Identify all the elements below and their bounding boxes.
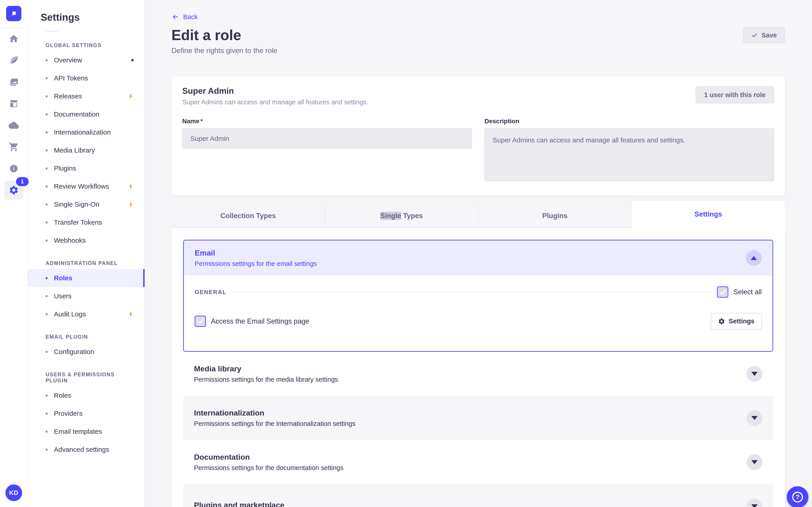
sidebar-item-marketplace[interactable] [0,136,28,158]
accordion-documentation[interactable]: Documentation Permissions settings for t… [183,440,773,484]
sidebar-item-media-library[interactable] [0,71,28,93]
user-avatar[interactable]: KD [5,485,22,501]
accordion-title: Media library [194,364,338,373]
accordion-plugins-and-marketplace[interactable]: Plugins and marketplace [183,484,773,507]
collapse-toggle-button[interactable] [746,250,762,266]
strapi-logo[interactable] [6,6,21,21]
cart-icon [9,142,19,152]
bullet-icon [46,313,48,315]
bullet-icon [46,167,48,169]
main-content: Back Edit a role Save Define the rights … [145,0,812,507]
bullet-icon [46,95,48,97]
settings-active-indicator: 1 [4,181,23,200]
sidebar-item-single-sign-on[interactable]: Single Sign-On [28,195,145,213]
role-details-card: Super Admin Super Admins can access and … [171,76,785,195]
accordion-title: Plugins and marketplace [194,501,285,507]
sidebar-item-media-library[interactable]: Media Library [28,141,145,159]
name-label: Name* [182,118,203,125]
select-all-checkbox[interactable] [717,286,728,298]
sidebar-item-documentation[interactable]: Documentation [28,105,145,123]
bullet-icon [46,204,48,206]
section-users-permissions-plugin: USERS & PERMISSIONS PLUGIN [46,372,136,384]
sidebar-item-email-configuration[interactable]: Configuration [28,343,145,361]
description-label: Description [485,118,519,125]
help-button[interactable]: ? [787,486,808,507]
role-name-heading: Super Admin [182,86,368,96]
tab-collection-types[interactable]: Collection Types [171,204,325,228]
accordion-internationalization[interactable]: Internationalization Permissions setting… [183,396,773,440]
page-title: Edit a role [171,27,241,43]
sidebar-item-admin-users[interactable]: Users [28,287,145,305]
sidebar-item-admin-roles[interactable]: Roles [28,269,145,287]
permissions-tabs: Collection Types SingleTypes Plugins Set… [171,204,785,228]
icon-rail: 1 KD [0,0,28,507]
sidebar-item-home[interactable] [0,28,28,50]
home-icon [9,34,19,44]
info-icon [9,163,19,174]
chevron-up-icon [751,256,757,260]
expand-toggle-button[interactable] [747,366,762,382]
chevron-down-icon [751,372,758,376]
sidebar-item-transfer-tokens[interactable]: Transfer Tokens [28,213,145,231]
tab-settings[interactable]: Settings [631,201,785,228]
back-link[interactable]: Back [171,13,198,21]
sidebar-item-review-workflows[interactable]: Review Workflows [28,177,145,195]
check-icon [751,32,758,39]
page-subtitle: Define the rights given to the role [171,46,785,55]
bullet-icon [46,295,48,297]
strapi-logo-icon [9,9,18,18]
access-email-settings-checkbox[interactable] [195,316,206,327]
settings-sidebar: Settings GLOBAL SETTINGS Overview API To… [28,0,145,507]
sidebar-item-up-roles[interactable]: Roles [28,386,145,404]
permission-settings-button[interactable]: Settings [711,313,762,329]
bullet-icon [46,77,48,79]
bullet-icon [46,239,48,241]
sidebar-item-info[interactable] [0,158,28,179]
accordion-media-library[interactable]: Media library Permissions settings for t… [183,352,773,396]
accordion-email-header[interactable]: Email Permissions settings for the email… [184,240,772,276]
role-description-text: Super Admins can access and manage all f… [182,99,368,106]
required-asterisk: * [200,118,203,125]
expand-toggle-button[interactable] [747,454,762,470]
sidebar-item-releases[interactable]: Releases [28,87,145,105]
tab-plugins[interactable]: Plugins [478,204,631,228]
section-administration-panel: ADMINISTRATION PANEL [46,260,136,266]
sidebar-item-api-tokens[interactable]: API Tokens [28,69,145,87]
sidebar-item-content-manager[interactable] [0,50,28,71]
check-icon [197,318,204,325]
tab-single-types[interactable]: SingleTypes [325,204,478,228]
sidebar-item-advanced-settings[interactable]: Advanced settings [28,441,145,459]
accordion-subtitle: Permissions settings for the documentati… [194,464,344,471]
accordion-title: Email [195,248,317,257]
save-button[interactable]: Save [743,27,785,43]
sidebar-item-cloud[interactable] [0,114,28,136]
bullet-icon [46,431,48,433]
expand-toggle-button[interactable] [747,498,762,507]
chevron-down-icon [751,416,758,420]
images-icon [9,77,19,87]
expand-toggle-button[interactable] [747,410,762,426]
lightning-icon [128,183,135,190]
sidebar-item-providers[interactable]: Providers [28,404,145,422]
bullet-icon [46,59,48,61]
bullet-icon [46,449,48,451]
sidebar-item-overview[interactable]: Overview [28,51,145,69]
sidebar-item-content-type-builder[interactable] [0,93,28,114]
sidebar-item-email-templates[interactable]: Email templates [28,422,145,441]
feather-icon [9,55,19,66]
sidebar-item-plugins[interactable]: Plugins [28,159,145,177]
sidebar-title: Settings [41,12,145,23]
gear-icon [9,185,19,195]
section-global-settings: GLOBAL SETTINGS [46,42,136,48]
gear-icon [718,318,725,325]
layout-icon [9,99,19,109]
sidebar-item-settings[interactable]: 1 [0,179,28,201]
sidebar-item-internationalization[interactable]: Internationalization [28,123,145,141]
bullet-icon [46,351,48,353]
sidebar-item-audit-logs[interactable]: Audit Logs [28,305,145,323]
cloud-icon [9,120,19,130]
users-with-role-button[interactable]: 1 user with this role [696,86,774,103]
sidebar-item-webhooks[interactable]: Webhooks [28,231,145,249]
name-field: Name* [182,118,472,182]
lightning-icon [128,93,135,100]
